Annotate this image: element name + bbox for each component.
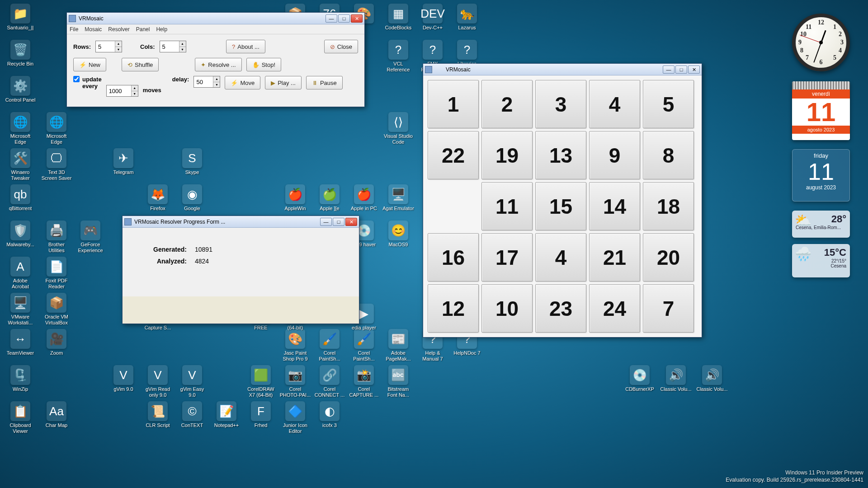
desktop-icon[interactable]: qbqBittorrent <box>5 184 36 211</box>
puzzle-tile[interactable]: 2 <box>481 80 533 128</box>
desktop-icon[interactable]: ?VCL Reference <box>382 40 414 73</box>
menu-help[interactable]: Help <box>156 26 167 33</box>
desktop-icon[interactable]: 🔗Corel CONNECT ... <box>314 365 345 398</box>
puzzle-tile[interactable]: 22 <box>428 131 479 179</box>
desktop-icon[interactable]: 🐆Lazarus <box>451 4 483 31</box>
clock-gadget[interactable]: 12 3 6 9 1 2 4 5 7 8 10 11 <box>792 14 850 71</box>
puzzle-tile[interactable]: 10 <box>481 284 533 333</box>
puzzle-tile[interactable]: 8 <box>643 131 694 179</box>
puzzle-tile[interactable]: 12 <box>428 284 479 333</box>
desktop-icon[interactable]: 🎮GeForce Experience <box>75 221 106 253</box>
minimize-button[interactable]: — <box>326 14 337 23</box>
desktop-icon[interactable]: ◐icofx 3 <box>314 401 345 428</box>
desktop-icon[interactable]: 📷Corel PHOTO-PAI... <box>279 365 311 398</box>
puzzle-tile[interactable]: 17 <box>481 233 533 282</box>
rows-spinner[interactable]: ▲▼ <box>95 41 122 52</box>
desktop-icon[interactable]: 📦Oracle VM VirtualBox <box>41 293 72 326</box>
cols-down[interactable]: ▼ <box>179 47 186 52</box>
update-input[interactable] <box>107 85 131 96</box>
desktop-icon[interactable]: VgVim 9.0 <box>108 365 139 392</box>
puzzle-tile[interactable]: 15 <box>535 182 586 230</box>
titlebar[interactable]: VRMosaic — □ ✕ <box>67 13 364 24</box>
move-button[interactable]: ⚡Move <box>225 76 260 89</box>
desktop-icon[interactable]: 🎨Jasc Paint Shop Pro 9 <box>279 329 311 362</box>
rows-input[interactable] <box>96 41 115 52</box>
puzzle-tile[interactable]: 5 <box>643 80 694 128</box>
puzzle-tile[interactable]: 3 <box>535 80 586 128</box>
puzzle-tile[interactable]: 21 <box>589 233 640 282</box>
desktop-icon[interactable]: ©ConTEXT <box>176 401 208 428</box>
maximize-button[interactable]: □ <box>333 218 344 226</box>
close-panel-button[interactable]: ⊘Close <box>324 40 358 53</box>
puzzle-tile[interactable]: 20 <box>643 233 694 282</box>
rows-down[interactable]: ▼ <box>115 47 122 52</box>
desktop-icon[interactable]: 🛠️Winaero Tweaker <box>5 148 36 181</box>
new-button[interactable]: ⚡New <box>73 58 106 71</box>
update-spinner[interactable]: ▲▼ <box>106 85 138 97</box>
titlebar[interactable]: VRMosaic — □ ✕ <box>423 64 702 75</box>
puzzle-tile[interactable]: 19 <box>481 131 533 179</box>
menu-panel[interactable]: Panel <box>136 26 150 33</box>
cols-spinner[interactable]: ▲▼ <box>160 41 186 52</box>
desktop-icon[interactable]: 🦊Firefox <box>142 184 174 211</box>
close-button[interactable]: ✕ <box>688 66 700 74</box>
puzzle-tile[interactable]: 16 <box>428 233 479 282</box>
menu-file[interactable]: File <box>70 26 78 33</box>
puzzle-tile[interactable]: 11 <box>481 182 533 230</box>
weather-gadget-1[interactable]: ⛅ 28° Cesena, Emilia-Rom... <box>792 211 850 238</box>
play-button[interactable]: ▶Play ... <box>265 76 302 89</box>
close-button[interactable]: ✕ <box>351 14 363 23</box>
desktop-icon[interactable]: 💿CDBurnerXP <box>624 365 656 392</box>
desktop-icon[interactable]: 🗑️Recycle Bin <box>5 40 36 67</box>
desktop-icon[interactable]: 🖌️Corel PaintSh... <box>348 329 380 362</box>
desktop-icon[interactable]: 🎥Zoom <box>41 329 72 356</box>
desktop-icon[interactable]: ◉Google <box>176 184 208 211</box>
desktop-icon[interactable]: 📋Clipboard Viewer <box>5 401 36 434</box>
desktop-icon[interactable]: VgVim Easy 9.0 <box>176 365 208 398</box>
desktop-icon[interactable]: 🔊Classic Volu... <box>660 365 692 392</box>
close-button[interactable]: ✕ <box>345 218 357 226</box>
puzzle-tile[interactable]: 1 <box>428 80 479 128</box>
resolve-button[interactable]: ✦Resolve ... <box>195 58 241 71</box>
update-every-checkbox[interactable] <box>73 76 80 82</box>
maximize-button[interactable]: □ <box>675 66 687 74</box>
desktop-icon[interactable]: 🛡️Malwareby... <box>5 221 36 248</box>
delay-spinner[interactable]: ▲▼ <box>193 76 220 88</box>
calendar-gadget-en[interactable]: friday 11 august 2023 <box>792 149 850 202</box>
desktop-icon[interactable]: 🌐Microsoft Edge <box>5 112 36 145</box>
desktop-icon[interactable]: AaChar Map <box>41 401 72 428</box>
desktop-icon[interactable]: DEVDev-C++ <box>417 4 448 31</box>
desktop-icon[interactable]: 📸Corel CAPTURE ... <box>348 365 380 398</box>
desktop-icon[interactable]: 😊MacOS9 <box>382 221 414 248</box>
puzzle-tile[interactable]: 14 <box>589 182 640 230</box>
desktop-icon[interactable]: 🟩CorelDRAW X7 (64-Bit) <box>245 365 277 398</box>
cols-input[interactable] <box>160 41 179 52</box>
desktop-icon[interactable]: SSkype <box>176 148 208 175</box>
desktop-icon[interactable]: 📁Santuario_|| <box>5 4 36 31</box>
rows-up[interactable]: ▲ <box>115 41 122 47</box>
puzzle-tile[interactable]: 18 <box>643 182 694 230</box>
desktop-icon[interactable]: 🖥️Agat Emulator <box>382 184 414 211</box>
desktop-icon[interactable]: VgVim Read only 9.0 <box>142 365 174 398</box>
titlebar[interactable]: VRMosaic Resolver Progress Form ... — □ … <box>123 216 359 228</box>
desktop-icon[interactable]: 📄Foxit PDF Reader <box>41 257 72 290</box>
about-button[interactable]: ?About ... <box>226 40 265 53</box>
menu-resolver[interactable]: Resolver <box>108 26 129 33</box>
desktop-icon[interactable]: 🔷Junior Icon Editor <box>279 401 311 434</box>
desktop-icon[interactable]: 🌐Microsoft Edge <box>41 112 72 145</box>
desktop-icon[interactable]: ⚙️Control Panel <box>5 76 36 103</box>
desktop-icon[interactable]: ✈Telegram <box>108 148 139 175</box>
delay-input[interactable] <box>194 76 213 87</box>
calendar-gadget-it[interactable]: venerdì 11 agosto 2023 <box>792 81 850 140</box>
desktop-icon[interactable]: 🔤Bitstream Font Na... <box>382 365 414 398</box>
desktop-icon[interactable]: 🗜️WinZip <box>5 365 36 392</box>
desktop-icon[interactable]: ▦CodeBlocks <box>382 4 414 31</box>
desktop-icon[interactable]: 🖵Text 3D Screen Saver <box>41 148 72 181</box>
cols-up[interactable]: ▲ <box>179 41 186 47</box>
desktop-icon[interactable]: 📰Adobe PageMak... <box>382 329 414 362</box>
menu-mosaic[interactable]: Mosaic <box>85 26 102 33</box>
desktop-icon[interactable]: FFrhed <box>245 401 277 428</box>
desktop-icon[interactable]: 📝Notepad++ <box>211 401 242 428</box>
shuffle-button[interactable]: ⟲Shuffle <box>122 58 159 71</box>
puzzle-tile[interactable]: 4 <box>535 233 586 282</box>
